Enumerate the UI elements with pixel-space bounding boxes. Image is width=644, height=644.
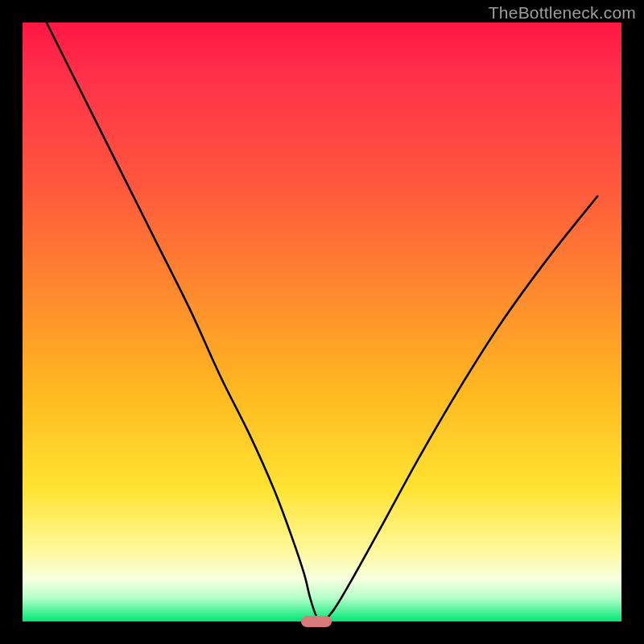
bottleneck-curve	[23, 23, 621, 621]
minimum-marker	[301, 616, 332, 627]
watermark-text: TheBottleneck.com	[489, 3, 636, 23]
chart-frame: TheBottleneck.com	[0, 0, 644, 644]
plot-area	[23, 23, 621, 621]
